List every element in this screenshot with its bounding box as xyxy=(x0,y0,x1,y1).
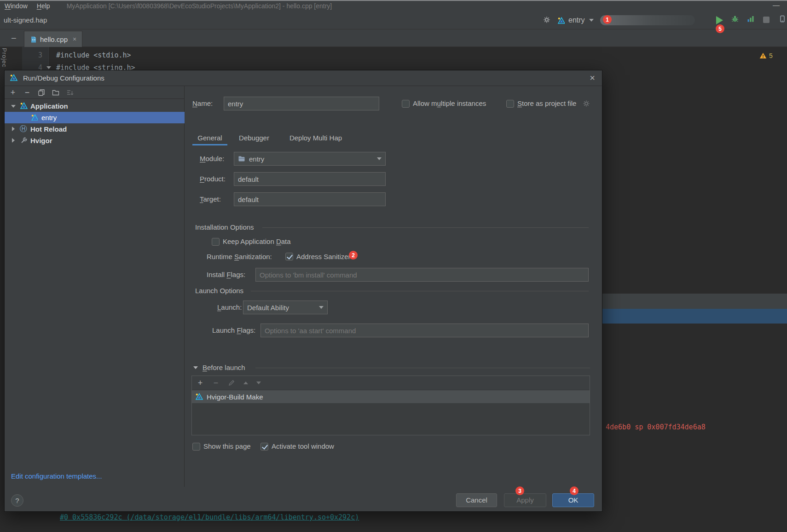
add-config-icon[interactable]: + xyxy=(9,87,17,98)
minimize-icon[interactable]: — xyxy=(773,1,780,9)
add-task-icon[interactable]: + xyxy=(197,377,204,388)
allow-multiple-checkbox[interactable] xyxy=(402,100,410,108)
annotation-badge-2: 2 xyxy=(349,251,358,260)
help-button[interactable]: ? xyxy=(11,494,23,507)
tab-close-icon[interactable]: × xyxy=(73,35,76,43)
line-number: 3 xyxy=(24,49,42,62)
product-label: Product: xyxy=(200,172,226,186)
stop-button[interactable] xyxy=(763,17,770,23)
fold-arrow-icon[interactable] xyxy=(46,66,51,69)
hot-reload-icon: Ⓗ xyxy=(20,124,27,134)
config-tree-panel: + − Application entry Ⓗ Hot Reload xyxy=(5,86,185,487)
address-sanitizer-label[interactable]: Address Sanitizer xyxy=(296,250,351,264)
dialog-close-icon[interactable]: × xyxy=(583,70,602,86)
store-project-checkbox[interactable] xyxy=(506,100,514,108)
remove-config-icon[interactable]: − xyxy=(23,87,31,98)
name-input[interactable] xyxy=(224,97,379,110)
chevron-right-icon[interactable] xyxy=(12,127,15,131)
activate-tool-window-checkbox[interactable] xyxy=(260,443,268,451)
tree-node-application[interactable]: Application xyxy=(5,100,185,112)
annotation-badge-3: 3 xyxy=(515,486,524,495)
target-label: Target: xyxy=(200,192,221,206)
warning-icon xyxy=(759,52,767,59)
launch-flags-input[interactable] xyxy=(260,324,589,337)
keep-data-checkbox[interactable] xyxy=(212,238,220,246)
run-config-combobox[interactable]: entry xyxy=(558,14,695,27)
deveco-logo-icon xyxy=(10,74,18,82)
debug-button[interactable] xyxy=(731,15,740,23)
deveco-app-icon xyxy=(31,114,38,121)
main-toolbar: ult-signed.hap entry xyxy=(0,11,787,29)
section-divider xyxy=(251,291,589,291)
before-launch-box: + − Hvigor-Build Make xyxy=(191,376,590,435)
launch-combobox[interactable]: Default Ability xyxy=(243,301,328,314)
launch-label: Launch: xyxy=(217,301,242,314)
keep-data-label[interactable]: Keep Application Data xyxy=(223,235,291,249)
move-up-icon[interactable] xyxy=(243,382,248,384)
chevron-right-icon[interactable] xyxy=(12,138,15,143)
tab-debugger[interactable]: Debugger xyxy=(234,130,274,145)
menu-help[interactable]: Help xyxy=(32,2,55,10)
chevron-down-icon xyxy=(319,306,324,309)
tab-deploy-multi-hap[interactable]: Deploy Multi Hap xyxy=(281,130,351,145)
cpp-file-icon xyxy=(30,36,37,43)
menu-window[interactable]: Window xyxy=(0,2,32,10)
allow-multiple-label[interactable]: Allow multiple instances xyxy=(413,97,486,110)
warning-count: 5 xyxy=(769,52,773,59)
editor-tab-bar: − hello.cpp × xyxy=(0,29,787,47)
tab-general[interactable]: General xyxy=(192,130,227,145)
store-gear-icon[interactable] xyxy=(583,100,590,107)
module-combobox[interactable]: entry xyxy=(234,152,386,166)
wrench-icon xyxy=(20,137,28,144)
store-project-label[interactable]: Store as project file xyxy=(517,97,576,110)
install-flags-label: Install Flags: xyxy=(207,268,245,282)
run-button[interactable] xyxy=(716,16,723,24)
tree-node-label: Hvigor xyxy=(30,135,52,146)
run-config-combo-field xyxy=(600,15,695,25)
folder-icon[interactable] xyxy=(52,89,59,96)
run-debug-configurations-dialog: Run/Debug Configurations × + − Applicati… xyxy=(4,70,602,512)
edit-templates-link[interactable]: Edit configuration templates... xyxy=(11,471,102,482)
inspection-widget[interactable]: 5 xyxy=(759,52,773,59)
product-input[interactable] xyxy=(234,172,386,186)
annotation-badge-1: 1 xyxy=(603,15,612,24)
console-error-text: 4de6b0 sp 0x007fd34de6a8 xyxy=(606,423,706,431)
tree-node-hot-reload[interactable]: Ⓗ Hot Reload xyxy=(5,123,185,135)
profiler-button[interactable] xyxy=(747,15,755,23)
deveco-app-icon xyxy=(20,102,28,110)
tree-node-entry-selected[interactable]: entry xyxy=(5,112,185,123)
deveco-logo-icon xyxy=(558,17,565,24)
activate-tool-window-label[interactable]: Activate tool window xyxy=(272,439,334,453)
before-launch-task-row[interactable]: Hvigor-Build Make xyxy=(192,390,590,403)
edit-task-icon[interactable] xyxy=(228,379,235,387)
move-down-icon[interactable] xyxy=(256,382,261,384)
install-flags-input[interactable] xyxy=(255,268,589,282)
module-label: Module: xyxy=(200,152,224,166)
cancel-button[interactable]: Cancel xyxy=(456,493,497,507)
hide-tab-icon[interactable]: − xyxy=(11,29,17,47)
annotation-badge-4: 4 xyxy=(570,486,579,495)
sort-configs-icon[interactable] xyxy=(66,89,74,96)
tree-node-hvigor[interactable]: Hvigor xyxy=(5,135,185,146)
device-icon[interactable] xyxy=(779,15,787,23)
console-stack-link[interactable]: #0 0x55836c292c (/data/storage/el1/bundl… xyxy=(60,513,359,521)
apply-button[interactable]: Apply xyxy=(504,493,546,507)
settings-gear-icon[interactable] xyxy=(543,16,551,24)
target-input[interactable] xyxy=(234,192,386,206)
tree-node-label: Hot Reload xyxy=(30,123,67,135)
dialog-title-bar: Run/Debug Configurations xyxy=(5,70,602,86)
project-tool-button[interactable]: Projec xyxy=(1,48,8,68)
show-page-checkbox[interactable] xyxy=(192,443,200,451)
collapse-arrow-icon[interactable] xyxy=(193,366,198,369)
ok-button[interactable]: OK xyxy=(552,493,594,507)
chevron-down-icon xyxy=(377,157,382,160)
tab-hello-cpp[interactable]: hello.cpp × xyxy=(24,31,82,47)
show-page-label[interactable]: Show this page xyxy=(203,439,251,453)
code-line: #include <stdio.h> xyxy=(56,49,131,62)
copy-config-icon[interactable] xyxy=(38,89,45,96)
chevron-down-icon[interactable] xyxy=(11,105,16,108)
remove-task-icon[interactable]: − xyxy=(212,377,220,388)
hap-file-label: ult-signed.hap xyxy=(4,11,47,29)
before-launch-toolbar: + − xyxy=(192,376,590,390)
address-sanitizer-checkbox[interactable] xyxy=(285,253,293,260)
